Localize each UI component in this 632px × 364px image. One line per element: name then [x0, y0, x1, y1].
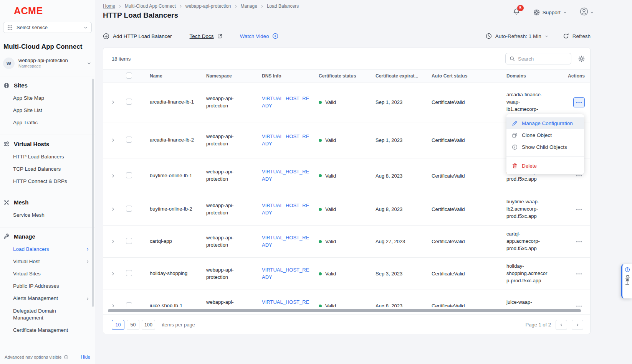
plus-circle-icon — [103, 33, 109, 40]
row-name: holiday-shopping — [150, 270, 206, 277]
account-menu-button[interactable] — [580, 7, 594, 17]
breadcrumb-item[interactable]: Multi-Cloud App Connect — [125, 3, 176, 9]
sidebar-scrollbar[interactable] — [92, 79, 94, 307]
mesh-icon — [3, 199, 10, 206]
row-checkbox[interactable] — [126, 238, 132, 244]
status-dot — [319, 305, 322, 307]
page-size-100-button[interactable]: 100 — [142, 320, 155, 330]
row-expand-chevron[interactable] — [110, 239, 116, 244]
tech-docs-link[interactable]: Tech Docs — [190, 33, 222, 39]
play-circle-icon — [272, 33, 278, 39]
watch-video-link[interactable]: Watch Video — [240, 33, 279, 39]
horizontal-scrollbar-thumb[interactable] — [108, 309, 581, 312]
select-all-checkbox[interactable] — [126, 72, 132, 79]
items-count: 18 items — [112, 56, 131, 62]
advanced-nav-label: Advanced nav options visible — [5, 355, 61, 359]
support-button[interactable]: Support — [533, 9, 567, 16]
sidebar-item-public-ip-addresses[interactable]: Public IP Addresses — [0, 280, 95, 292]
row-dns-link[interactable]: VIRTUAL_HOST_READY — [262, 234, 310, 249]
service-selector[interactable]: Select service — [3, 22, 92, 33]
row-actions-button[interactable] — [573, 237, 585, 247]
row-dns-link[interactable]: VIRTUAL_HOST_READY — [262, 133, 310, 148]
row-checkbox[interactable] — [126, 302, 132, 307]
sidebar-item-load-balancers[interactable]: Load Balancers — [0, 243, 95, 255]
row-dns-link[interactable]: VIRTUAL_HOST_READY — [262, 267, 310, 281]
page-toolbar: Add HTTP Load Balancer Tech Docs Watch V… — [103, 29, 591, 43]
row-expand-chevron[interactable] — [110, 303, 116, 307]
row-actions-button[interactable] — [573, 204, 585, 214]
info-icon — [64, 355, 68, 359]
menu-item-manage-configuration[interactable]: Manage Configuration — [506, 117, 584, 129]
help-tab-label: Help — [625, 275, 630, 285]
table-row: buytime-online-lb-2 webapp-api-protectio… — [103, 193, 590, 226]
row-certificate-status: Valid — [325, 137, 336, 143]
row-checkbox[interactable] — [126, 206, 132, 212]
row-auto-cert-status: CertificateValid — [432, 271, 506, 277]
status-dot — [319, 139, 322, 142]
sidebar-item-http-load-balancers[interactable]: HTTP Load Balancers — [0, 151, 95, 163]
row-actions-button[interactable] — [573, 269, 585, 279]
sidebar-item-alerts-management[interactable]: Alerts Management — [0, 292, 95, 305]
row-dns-link[interactable]: VIRTUAL_HOST_READY — [262, 168, 310, 183]
column-header-actions: Actions — [568, 73, 590, 79]
help-tab[interactable]: Help — [621, 264, 632, 298]
row-expand-chevron[interactable] — [110, 271, 116, 277]
row-dns-link[interactable]: VIRTUAL_HOST_READY — [262, 202, 310, 217]
sidebar-item-app-site-list[interactable]: App Site List — [0, 104, 95, 117]
sidebar-item-app-traffic[interactable]: App Traffic — [0, 117, 95, 129]
auto-refresh-selector[interactable]: Auto-Refresh: 1 Min — [486, 33, 548, 39]
row-expand-chevron[interactable] — [110, 206, 116, 212]
row-actions-context-menu: Manage Configuration Clone Object Show C… — [506, 114, 584, 174]
sidebar-item-tcp-load-balancers[interactable]: TCP Load Balancers — [0, 163, 95, 175]
next-page-button[interactable] — [572, 320, 583, 330]
status-dot — [319, 101, 322, 104]
row-checkbox[interactable] — [126, 172, 132, 178]
add-http-load-balancer-button[interactable]: Add HTTP Load Balancer — [103, 33, 172, 40]
row-checkbox[interactable] — [126, 99, 132, 105]
table-settings-gear-icon[interactable] — [578, 56, 585, 62]
support-label: Support — [543, 10, 561, 15]
table-row: cartql-app webapp-api-protection VIRTUAL… — [103, 226, 590, 258]
breadcrumb-home[interactable]: Home — [103, 3, 115, 9]
row-dns-link[interactable]: VIRTUAL_HOST_READY — [262, 299, 310, 307]
hide-nav-link[interactable]: Hide — [81, 354, 90, 360]
sidebar-item-virtual-sites[interactable]: Virtual Sites — [0, 268, 95, 280]
sidebar-item-delegated-domain-management[interactable]: Delegated Domain Management — [0, 305, 81, 324]
items-per-page-label: items per page — [162, 322, 195, 328]
status-dot — [319, 272, 322, 275]
namespace-selector[interactable]: W webapp-api-protection Namespace — [0, 55, 95, 71]
row-expand-chevron[interactable] — [110, 173, 116, 179]
refresh-button[interactable]: Refresh — [563, 33, 591, 39]
search-box — [505, 53, 571, 64]
sidebar-item-app-site-map[interactable]: App Site Map — [0, 92, 95, 104]
row-name: juice-shop-lb-1 — [150, 302, 206, 307]
previous-page-button[interactable] — [556, 320, 567, 330]
page-size-50-button[interactable]: 50 — [127, 320, 139, 330]
search-input[interactable] — [518, 56, 565, 62]
menu-item-delete[interactable]: Delete — [506, 160, 584, 172]
row-certificate-expiration: Sep 1, 2023 — [376, 99, 432, 105]
top-header: Home Multi-Cloud App Connect webapp-api-… — [95, 0, 632, 25]
breadcrumb-item[interactable]: Manage — [241, 3, 257, 9]
sidebar-item-certificate-management[interactable]: Certificate Management — [0, 324, 95, 336]
row-expand-chevron[interactable] — [110, 137, 116, 143]
row-dns-link[interactable]: VIRTUAL_HOST_READY — [262, 95, 310, 110]
menu-item-show-child-objects[interactable]: Show Child Objects — [506, 141, 584, 153]
menu-item-clone-object[interactable]: Clone Object — [506, 129, 584, 141]
row-expand-chevron[interactable] — [110, 99, 116, 105]
service-selector-label: Select service — [17, 25, 48, 30]
notifications-button[interactable]: 5 — [513, 8, 520, 17]
page-size-10-button[interactable]: 10 — [112, 320, 124, 330]
row-auto-cert-status: CertificateValid — [432, 239, 506, 244]
row-namespace: webapp-api-protection — [206, 168, 262, 183]
row-actions-button[interactable] — [573, 97, 585, 107]
row-checkbox[interactable] — [126, 270, 132, 276]
row-actions-button[interactable] — [573, 301, 585, 307]
sidebar-item-virtual-host[interactable]: Virtual Host — [0, 255, 95, 268]
row-checkbox[interactable] — [126, 137, 132, 143]
row-name: cartql-app — [150, 238, 206, 245]
manage-icon — [3, 233, 10, 239]
breadcrumb-item[interactable]: webapp-api-protection — [185, 3, 231, 9]
sidebar-item-service-mesh[interactable]: Service Mesh — [0, 209, 95, 221]
sidebar-item-http-connect-drps[interactable]: HTTP Connect & DRPs — [0, 175, 95, 188]
